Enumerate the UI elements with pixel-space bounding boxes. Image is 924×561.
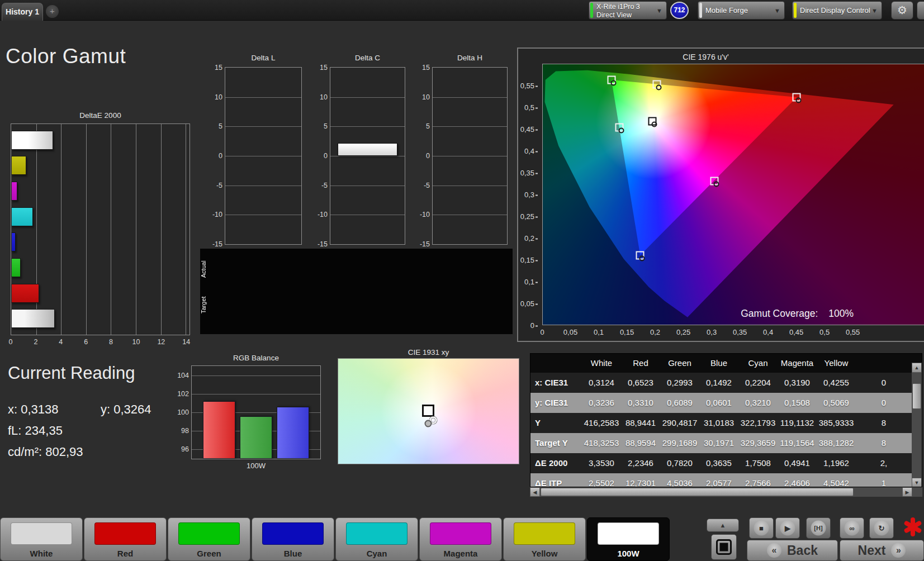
row-label: Target Y xyxy=(530,433,582,453)
cell: 299,1689 xyxy=(660,433,699,453)
patch-label: Cyan xyxy=(336,549,418,558)
axis-tick-label: 0,5 xyxy=(819,328,830,336)
cell: 0,6523 xyxy=(621,373,660,393)
deltae-chart-title: DeltaE 2000 xyxy=(11,111,190,120)
cie1931-diagram[interactable] xyxy=(338,358,519,464)
meter-status-stripe xyxy=(590,3,593,18)
horizontal-scroll-thumb[interactable] xyxy=(541,488,854,496)
patch-button-green[interactable]: Green xyxy=(168,517,250,561)
patch-button-cyan[interactable]: Cyan xyxy=(335,517,418,561)
patch-button-magenta[interactable]: Magenta xyxy=(419,517,502,561)
scroll-right-button[interactable]: ▶ xyxy=(902,487,912,497)
delta-c-title: Delta C xyxy=(330,54,405,62)
patch-button-red[interactable]: Red xyxy=(84,517,167,561)
patch-label: Yellow xyxy=(504,549,585,558)
patch-label: Red xyxy=(84,549,166,558)
scroll-left-button[interactable]: ◀ xyxy=(530,487,540,497)
scroll-up-button[interactable]: ▲ xyxy=(912,363,922,373)
bar-row xyxy=(11,178,189,204)
axis-tick-label: 0 xyxy=(310,152,328,160)
cie1976-diagram[interactable] xyxy=(542,64,924,325)
gridline xyxy=(225,186,301,186)
pattern-window-button[interactable] xyxy=(711,534,737,560)
cell: 8 xyxy=(856,433,912,453)
table-row: Target Y418,325388,9594299,168930,197132… xyxy=(530,433,922,453)
cell: 1,7508 xyxy=(738,453,778,473)
axis-tick-label: 14 xyxy=(182,338,190,346)
axis-tick-label: -15 xyxy=(412,240,430,248)
patch-label: Magenta xyxy=(420,549,501,558)
vertical-scroll-thumb[interactable] xyxy=(912,383,921,409)
vertical-scrollbar[interactable]: ▲ ▼ xyxy=(912,373,922,487)
patch-button-white[interactable]: White xyxy=(0,517,83,561)
bar-magenta xyxy=(11,182,17,201)
cell: 329,3659 xyxy=(738,433,778,453)
stop-button[interactable]: ■ xyxy=(749,517,774,539)
patch-swatch xyxy=(346,522,407,545)
actual-target-strip: Actual Target xyxy=(200,249,513,334)
marker-dot xyxy=(796,98,802,103)
rgb-balance-title: RGB Balance xyxy=(191,354,321,362)
cell: 0,4941 xyxy=(778,453,817,473)
axis-tick-label: 2 xyxy=(34,338,37,346)
play-button[interactable]: ▶ xyxy=(775,517,800,539)
meter-badge[interactable]: 712 xyxy=(670,2,689,19)
bars-container xyxy=(11,127,189,331)
axis-tick-label: 8 xyxy=(109,338,113,346)
panel-expand-button[interactable]: ▲ xyxy=(707,519,739,532)
table-header-row: WhiteRedGreenBlueCyanMagentaYellow xyxy=(530,354,922,373)
deltae-chart xyxy=(11,123,190,335)
table-row: x: CIE310,31240,65230,29930,14920,22040,… xyxy=(530,373,922,393)
scroll-down-button[interactable]: ▼ xyxy=(912,478,922,487)
axis-tick-label: 0 xyxy=(205,152,222,160)
patch-button-yellow[interactable]: Yellow xyxy=(503,517,586,561)
cell: 30,1971 xyxy=(699,433,738,453)
axis-tick-label: 104 xyxy=(171,372,189,379)
history-tab[interactable]: History 1 xyxy=(2,3,43,21)
source-dropdown[interactable]: Mobile Forge ▼ xyxy=(698,1,785,20)
target-row-label: Target xyxy=(200,287,210,323)
table-body: x: CIE310,31240,65230,29930,14920,22040,… xyxy=(530,373,922,487)
control-status-stripe xyxy=(794,3,797,18)
previous-marker xyxy=(424,420,432,427)
axis-tick-label: 0,3 xyxy=(707,328,717,336)
bars-container xyxy=(192,366,320,459)
axis-tick-label: 0,3 xyxy=(524,191,538,199)
next-button[interactable]: Next » xyxy=(840,540,924,561)
patch-button-100w[interactable]: 100W xyxy=(587,517,670,561)
patch-button-blue[interactable]: Blue xyxy=(252,517,334,561)
current-reading-title: Current Reading xyxy=(8,363,135,383)
refresh-button[interactable]: ↻ xyxy=(869,517,894,539)
back-button[interactable]: « Back xyxy=(747,540,838,561)
alert-asterisk-icon xyxy=(901,515,924,539)
bar-row xyxy=(11,306,189,331)
cell: 88,9441 xyxy=(621,413,660,433)
clipped-toolbar-button[interactable] xyxy=(917,1,924,20)
pattern-h-button[interactable]: [H] xyxy=(806,517,831,539)
bar-green xyxy=(11,258,21,277)
gridline xyxy=(330,126,405,127)
settings-button[interactable]: ⚙ xyxy=(891,1,913,20)
marker-red xyxy=(793,93,801,102)
cie1976-x-axis: 00,050,10,150,20,250,30,350,40,450,50,55 xyxy=(542,328,924,338)
axis-tick-label: -15 xyxy=(310,240,328,248)
bar-row xyxy=(11,230,189,255)
reading-x: x: 0,3138 xyxy=(8,402,59,417)
loop-button[interactable]: ∞ xyxy=(840,517,864,539)
cell: 0,6089 xyxy=(660,393,699,413)
gamut-coverage-label: Gamut Coverage: xyxy=(741,308,818,319)
reading-cdm2: cd/m²: 802,93 xyxy=(8,445,83,459)
axis-tick-label: 5 xyxy=(310,122,328,130)
horizontal-scrollbar[interactable]: ◀ ▶ xyxy=(530,487,922,497)
axis-tick-label: -5 xyxy=(412,182,430,189)
display-control-dropdown[interactable]: Direct Display Control ▼ xyxy=(792,1,882,20)
cell: 0,2204 xyxy=(738,373,778,393)
add-tab-button[interactable]: + xyxy=(46,5,59,18)
meter-dropdown[interactable]: X-Rite i1Pro 3 Direct View ▼ xyxy=(589,1,667,20)
meter-name: X-Rite i1Pro 3 xyxy=(596,3,640,11)
axis-tick-label: 0,1 xyxy=(524,278,538,286)
reading-fl: fL: 234,35 xyxy=(8,424,63,438)
axis-tick-label: -5 xyxy=(205,182,222,189)
axis-tick-label: 0,05 xyxy=(520,299,538,308)
chevron-up-icon: ▲ xyxy=(720,522,726,529)
